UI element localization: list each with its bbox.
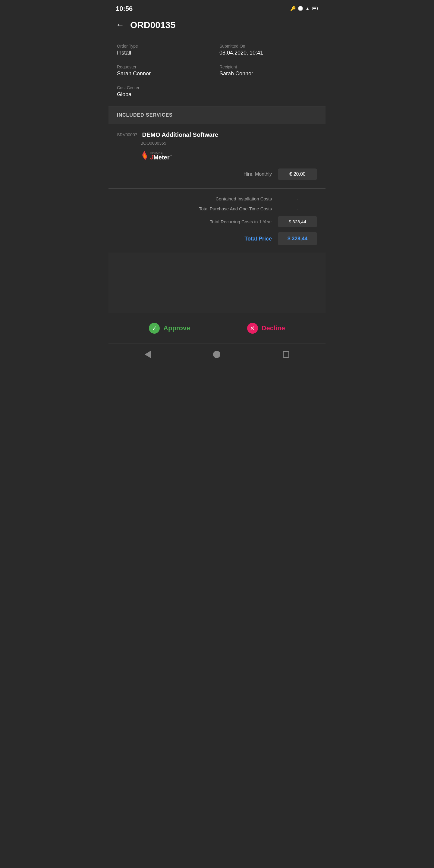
order-id-title: ORD00135	[130, 20, 176, 30]
status-time: 10:56	[116, 5, 133, 13]
bottom-spacer	[108, 253, 326, 313]
jmeter-logo: APACHE JJMeterMeter™	[117, 150, 317, 161]
approve-button[interactable]: ✓ Approve	[144, 320, 195, 336]
order-details-section: Order Type Install Submitted On 08.04.20…	[108, 35, 326, 106]
action-bar: ✓ Approve ✕ Decline	[108, 313, 326, 343]
service-code: SRV00007	[117, 131, 137, 137]
service-pricing-row: Hire, Monthly € 20,00	[117, 168, 317, 181]
nav-recent-icon	[283, 351, 289, 358]
decline-icon: ✕	[247, 323, 258, 334]
submitted-on-label: Submitted On	[219, 44, 317, 49]
pricing-label: Hire, Monthly	[244, 172, 272, 177]
page-header: ← ORD00135	[108, 15, 326, 35]
total-price-row: Total Price $ 328,44	[117, 232, 317, 245]
nav-recent-button[interactable]	[280, 349, 292, 360]
nav-back-button[interactable]	[142, 348, 153, 361]
wifi-icon: ▲	[305, 6, 310, 11]
cost-center-value: Global	[117, 91, 317, 98]
battery-icon	[312, 6, 318, 11]
total-recurring-label: Total Recurring Costs in 1 Year	[117, 219, 278, 224]
nav-back-icon	[145, 351, 151, 358]
recipient-item: Recipient Sarah Connor	[219, 64, 317, 77]
svg-rect-0	[299, 6, 302, 10]
total-purchase-value: -	[278, 206, 317, 211]
total-purchase-row: Total Purchase And One-Time Costs -	[117, 206, 317, 211]
requester-item: Requester Sarah Connor	[117, 64, 215, 77]
order-type-item: Order Type Install	[117, 44, 215, 56]
decline-button[interactable]: ✕ Decline	[242, 320, 290, 336]
cost-center-item: Cost Center Global	[117, 85, 317, 98]
jmeter-main-text: JJMeterMeter™	[150, 154, 172, 160]
service-name: DEMO Additional Software	[142, 131, 218, 138]
total-price-value: $ 328,44	[278, 232, 317, 245]
requester-label: Requester	[117, 64, 215, 69]
order-type-label: Order Type	[117, 44, 215, 49]
service-header: SRV00007 DEMO Additional Software	[117, 131, 317, 138]
approve-icon: ✓	[149, 323, 160, 334]
requester-value: Sarah Connor	[117, 70, 215, 77]
nav-home-icon	[213, 351, 220, 358]
svg-rect-1	[299, 7, 299, 10]
jmeter-flame-icon	[141, 150, 149, 161]
key-icon: 🔑	[290, 6, 296, 11]
cost-center-label: Cost Center	[117, 85, 317, 90]
details-grid: Order Type Install Submitted On 08.04.20…	[117, 44, 317, 98]
status-bar: 10:56 🔑 ▲	[108, 0, 326, 15]
service-booking-id: BOO0000355	[117, 141, 317, 146]
svg-rect-2	[302, 7, 303, 10]
total-purchase-label: Total Purchase And One-Time Costs	[117, 206, 278, 211]
pricing-value-badge: € 20,00	[278, 168, 317, 180]
svg-rect-4	[313, 7, 316, 9]
recipient-label: Recipient	[219, 64, 317, 69]
jmeter-text: APACHE JJMeterMeter™	[150, 152, 172, 160]
contained-install-value: -	[278, 196, 317, 201]
submitted-on-value: 08.04.2020, 10:41	[219, 50, 317, 56]
contained-install-row: Contained Installation Costs -	[117, 196, 317, 201]
cost-summary-section: Contained Installation Costs - Total Pur…	[108, 189, 326, 253]
approve-label: Approve	[163, 324, 190, 332]
nav-home-button[interactable]	[211, 348, 223, 361]
included-services-title: INCLUDED SERVICES	[117, 113, 173, 118]
total-recurring-row: Total Recurring Costs in 1 Year $ 328,44	[117, 216, 317, 227]
svg-rect-5	[317, 8, 318, 9]
contained-install-label: Contained Installation Costs	[117, 196, 278, 201]
vibrate-icon	[299, 6, 303, 12]
submitted-on-item: Submitted On 08.04.2020, 10:41	[219, 44, 317, 56]
back-button[interactable]: ←	[116, 21, 124, 29]
recipient-value: Sarah Connor	[219, 70, 317, 77]
included-services-header: INCLUDED SERVICES	[108, 106, 326, 124]
status-icons: 🔑 ▲	[290, 6, 318, 12]
total-recurring-value: $ 328,44	[278, 216, 317, 227]
navigation-bar	[108, 343, 326, 365]
total-price-label: Total Price	[244, 236, 278, 242]
decline-label: Decline	[261, 324, 285, 332]
order-type-value: Install	[117, 50, 215, 56]
service-item: SRV00007 DEMO Additional Software BOO000…	[108, 124, 326, 189]
